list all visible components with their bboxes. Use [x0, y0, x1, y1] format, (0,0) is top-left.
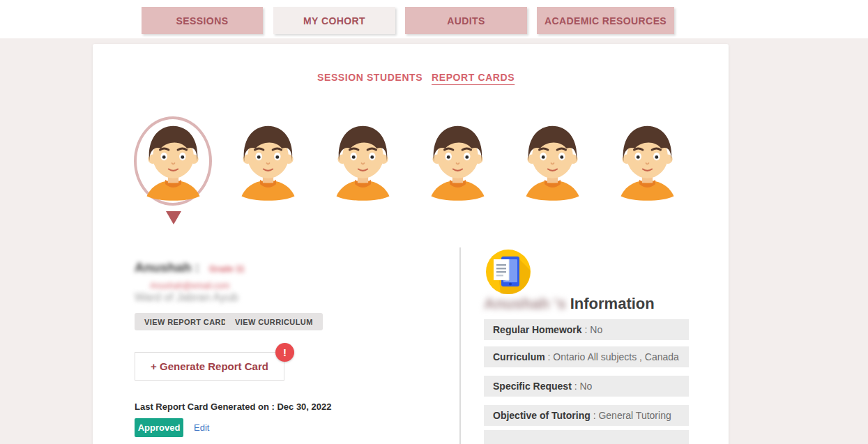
- info-row-regular-homework: Regular Homework : No: [484, 319, 689, 340]
- tab-academic-resources[interactable]: ACADEMIC RESOURCES: [537, 7, 674, 34]
- boy-avatar-icon: [140, 122, 206, 203]
- view-curriculum-button[interactable]: VIEW CURRICULUM: [225, 313, 323, 330]
- status-badge: Approved: [135, 418, 183, 437]
- report-document-icon: [486, 250, 531, 294]
- tab-sessions[interactable]: SESSIONS: [142, 7, 263, 34]
- top-nav-bar: SESSIONS MY COHORT AUDITS ACADEMIC RESOU…: [0, 0, 868, 38]
- info-row-empty: [484, 430, 689, 444]
- boy-avatar-icon: [330, 122, 396, 203]
- student-avatar[interactable]: [316, 115, 411, 227]
- info-row-objective: Objective of Tutoring : General Tutoring: [484, 405, 689, 426]
- boy-avatar-icon: [614, 122, 680, 203]
- boy-avatar-icon: [425, 122, 491, 203]
- selected-arrow-icon: [166, 211, 181, 224]
- student-grade: Grade 11: [209, 264, 245, 274]
- generate-report-card-button[interactable]: + Generate Report Card: [135, 352, 284, 381]
- information-title-name: Anushah 's: [484, 295, 566, 312]
- info-row-curriculum: Curriculum : Ontario All subjects , Cana…: [484, 346, 689, 367]
- information-title: Anushah 'sInformation: [484, 295, 655, 313]
- student-avatar[interactable]: [411, 115, 505, 227]
- student-avatar-row: [126, 115, 705, 227]
- student-contact: Anushah@email.com: [150, 281, 229, 291]
- boy-avatar-icon: [519, 122, 586, 203]
- info-row-specific-request: Specific Request : No: [484, 376, 689, 397]
- tab-audits[interactable]: AUDITS: [405, 7, 527, 34]
- student-avatar-selected[interactable]: [126, 115, 221, 227]
- subtab-session-students[interactable]: SESSION STUDENTS: [317, 72, 422, 83]
- subtab-report-cards[interactable]: REPORT CARDS: [432, 72, 515, 83]
- vertical-divider: [459, 247, 461, 444]
- alert-badge-icon: !: [275, 343, 294, 362]
- student-guardian: Ward of Jabran Ayub: [135, 291, 238, 304]
- student-avatar[interactable]: [505, 115, 600, 227]
- edit-link[interactable]: Edit: [194, 422, 209, 433]
- last-report-generated-text: Last Report Card Generated on : Dec 30, …: [135, 401, 331, 412]
- student-avatar[interactable]: [600, 115, 695, 227]
- student-avatar[interactable]: [221, 115, 316, 227]
- tab-my-cohort[interactable]: MY COHORT: [273, 7, 395, 34]
- view-report-card-button[interactable]: VIEW REPORT CARD: [135, 313, 236, 330]
- student-name: Anushah :Grade 11: [135, 260, 245, 275]
- cohort-card: SESSION STUDENTS REPORT CARDS: [93, 44, 729, 444]
- boy-avatar-icon: [235, 122, 301, 203]
